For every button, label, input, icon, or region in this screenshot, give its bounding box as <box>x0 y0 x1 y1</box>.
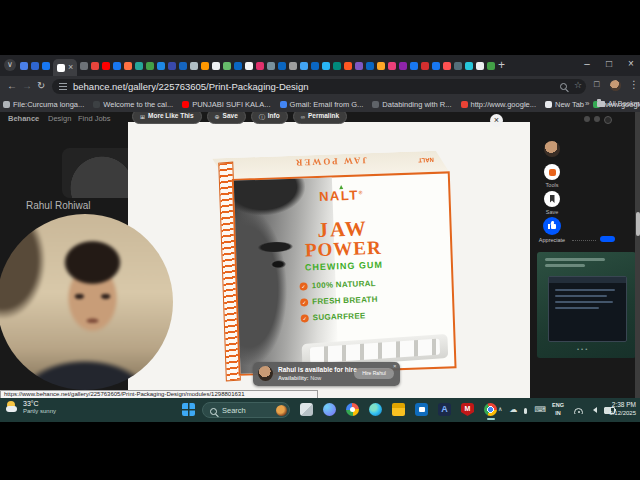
tab-favicon[interactable] <box>245 62 253 70</box>
rail-tools-button[interactable] <box>544 164 560 180</box>
bookmark-item[interactable]: Gmail: Email from G... <box>280 100 364 109</box>
tab-favicon[interactable] <box>31 62 39 70</box>
tab-favicon[interactable] <box>300 62 308 70</box>
tab-favicon[interactable] <box>410 62 418 70</box>
taskbar-clock[interactable]: 2:38 PM 9/12/2025 <box>604 401 636 417</box>
bookmark-item[interactable]: http://www.google... <box>461 100 536 109</box>
bookmark-item[interactable]: Welcome to the cal... <box>93 100 173 109</box>
menu-kebab-icon[interactable]: ⋮ <box>629 79 639 90</box>
tab-favicon[interactable] <box>80 62 88 70</box>
window-close-button[interactable]: × <box>624 58 638 69</box>
bookmarks-overflow-icon[interactable]: » <box>585 99 589 108</box>
tab-search-icon[interactable]: ∨ <box>4 59 16 71</box>
tab-favicon[interactable] <box>201 62 209 70</box>
acrobat-icon[interactable] <box>438 403 451 416</box>
tab-favicon[interactable] <box>388 62 396 70</box>
tab-favicon[interactable] <box>102 62 110 70</box>
hire-button[interactable]: Hire Rahul <box>354 368 394 379</box>
tab-favicon[interactable] <box>256 62 264 70</box>
side-thumbnail-card[interactable]: ••• <box>537 252 636 358</box>
modal-close-button[interactable]: × <box>490 114 503 127</box>
refresh-icon[interactable]: ↻ <box>37 80 45 91</box>
tab-favicon[interactable] <box>113 62 121 70</box>
site-settings-icon[interactable] <box>59 83 67 90</box>
tab-favicon[interactable] <box>278 62 286 70</box>
copilot-icon[interactable] <box>323 403 336 416</box>
bookmark-star-icon[interactable]: ☆ <box>574 80 582 90</box>
mcafee-icon[interactable] <box>461 403 474 416</box>
tab-favicon[interactable] <box>91 62 99 70</box>
keyboard-icon[interactable]: ⌨ <box>534 404 546 415</box>
tab-favicon[interactable] <box>234 62 242 70</box>
bookmark-item[interactable]: PUNJABI SUFI KALA... <box>182 100 270 109</box>
rail-owner-avatar[interactable] <box>544 141 560 157</box>
all-bookmarks-button[interactable]: All Bookmarks <box>597 100 640 107</box>
toolbar-pill-permalink[interactable]: ∞Permalink <box>293 112 347 124</box>
tab-favicon[interactable] <box>223 62 231 70</box>
tab-favicon[interactable] <box>366 62 374 70</box>
tab-favicon[interactable] <box>289 62 297 70</box>
forward-icon[interactable]: → <box>22 80 32 91</box>
tab-favicon[interactable] <box>333 62 341 70</box>
new-tab-button[interactable]: + <box>498 58 505 72</box>
tab-favicon[interactable] <box>344 62 352 70</box>
nav-item-find-jobs[interactable]: Find Jobs <box>78 114 111 123</box>
bookmark-item[interactable]: Databinding with R... <box>372 100 451 109</box>
tab-favicon[interactable] <box>168 62 176 70</box>
tab-favicon[interactable] <box>487 62 495 70</box>
explorer-icon[interactable] <box>392 403 405 416</box>
tab-favicon[interactable] <box>421 62 429 70</box>
tab-favicon[interactable] <box>443 62 451 70</box>
store-icon[interactable] <box>415 403 428 416</box>
toolbar-pill-info[interactable]: ⓘInfo <box>251 112 288 124</box>
behance-logo[interactable]: Behance <box>8 114 39 123</box>
edge-icon[interactable] <box>369 403 382 416</box>
tab-favicon[interactable] <box>311 62 319 70</box>
tab-favicon[interactable] <box>355 62 363 70</box>
tab-favicon[interactable] <box>42 62 50 70</box>
tab-favicon[interactable] <box>377 62 385 70</box>
bookmark-item[interactable]: File:Curcuma longa... <box>3 100 84 109</box>
tab-favicon[interactable] <box>190 62 198 70</box>
taskbar-search[interactable]: Search <box>202 402 290 418</box>
tab-favicon[interactable] <box>135 62 143 70</box>
tab-favicon[interactable] <box>124 62 132 70</box>
notifications-bell-icon[interactable] <box>584 116 590 122</box>
wifi-icon[interactable] <box>574 408 583 414</box>
follow-button[interactable] <box>600 236 615 242</box>
tab-favicon[interactable] <box>267 62 275 70</box>
tab-favicon[interactable] <box>212 62 220 70</box>
chevron-up-icon[interactable]: ∧ <box>498 404 502 415</box>
address-input[interactable]: behance.net/gallery/225763605/Print-Pack… <box>52 79 586 94</box>
scrollbar-thumb[interactable] <box>636 212 640 236</box>
rail-appreciate-button[interactable] <box>543 217 561 235</box>
chrome-icon[interactable] <box>484 403 497 416</box>
bookmark-item[interactable]: New Tab <box>545 100 584 109</box>
tab-favicon[interactable] <box>399 62 407 70</box>
tab-favicon[interactable] <box>454 62 462 70</box>
toolbar-pill-save[interactable]: ⊕Save <box>207 112 246 124</box>
tab-favicon[interactable] <box>146 62 154 70</box>
rail-save-button[interactable] <box>544 191 560 207</box>
tab-favicon[interactable] <box>20 62 28 70</box>
tab-favicon[interactable] <box>322 62 330 70</box>
hire-popup-close-icon[interactable]: × <box>393 363 397 369</box>
photos-icon[interactable] <box>346 403 359 416</box>
browser-profile-avatar[interactable] <box>610 80 621 91</box>
tab-groups-icon[interactable]: □ <box>594 79 599 89</box>
mic-icon[interactable] <box>524 408 527 414</box>
account-avatar[interactable] <box>604 116 612 124</box>
tab-favicon[interactable] <box>465 62 473 70</box>
onedrive-icon[interactable]: ☁ <box>509 404 517 415</box>
weather-widget[interactable]: 33°C Partly sunny <box>6 400 56 415</box>
window-minimize-button[interactable]: – <box>580 58 594 69</box>
tab-favicon[interactable] <box>157 62 165 70</box>
zoom-lens-icon[interactable] <box>560 83 567 90</box>
tab-favicon[interactable] <box>432 62 440 70</box>
tab-favicon[interactable] <box>179 62 187 70</box>
messages-icon[interactable] <box>594 116 600 122</box>
toolbar-pill-more-like-this[interactable]: ⊞More Like This <box>132 112 202 124</box>
window-maximize-button[interactable]: □ <box>602 58 616 69</box>
tab-close-icon[interactable]: × <box>68 63 73 72</box>
scrollbar-track[interactable] <box>635 112 640 398</box>
